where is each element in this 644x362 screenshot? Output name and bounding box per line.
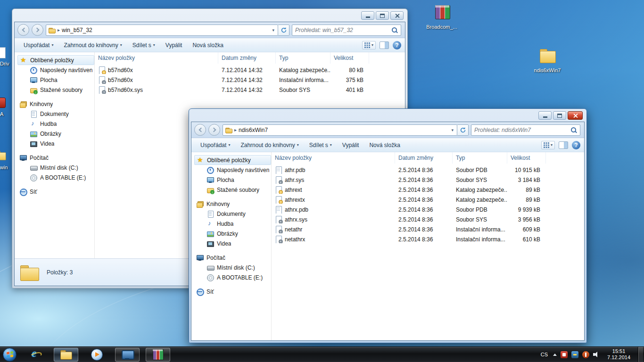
- toolbar-zahrnout-do-knihovny[interactable]: Zahrnout do knihovny▾: [235, 140, 304, 150]
- breadcrumb-path[interactable]: win_b57_32: [62, 27, 92, 33]
- sidebar-item-obrazky[interactable]: Obrázky: [194, 229, 271, 239]
- sidebar-item-obrazky[interactable]: Obrázky: [17, 129, 94, 139]
- sidebar-item-mistni-disk-c[interactable]: Místní disk (C:): [194, 263, 271, 272]
- change-view-button[interactable]: ▾: [541, 141, 555, 149]
- sidebar-section-knihovny[interactable]: Knihovny: [17, 99, 94, 109]
- sidebar-item-naposledy-navstiven[interactable]: Naposledy navštíven: [194, 165, 271, 175]
- sidebar-item-hudba[interactable]: Hudba: [17, 119, 94, 129]
- breadcrumb-path[interactable]: ndis6xWin7: [239, 127, 268, 133]
- sidebar-section-sit[interactable]: Síť: [17, 187, 94, 197]
- sidebar-item-plocha[interactable]: Plocha: [17, 75, 94, 85]
- file-row[interactable]: athrx.sys2.5.2014 8:36Soubor SYS3 956 kB: [272, 214, 584, 224]
- refresh-button[interactable]: [278, 25, 289, 36]
- volume-icon[interactable]: [593, 351, 601, 358]
- search-box[interactable]: Prohledat: ndis6xWin7: [471, 124, 580, 136]
- help-button[interactable]: ?: [572, 141, 580, 149]
- file-row[interactable]: netathr2.5.2014 8:36Instalační informa..…: [272, 224, 584, 234]
- start-button[interactable]: [3, 348, 17, 362]
- toolbar-sdilet-s[interactable]: Sdílet s▾: [127, 40, 160, 50]
- column-header-velikost[interactable]: Velikost: [330, 52, 369, 64]
- sidebar-section-oblibene-polozky[interactable]: Oblíbené položky: [17, 55, 94, 65]
- show-hidden-icons-button[interactable]: [553, 354, 557, 356]
- clock[interactable]: 15:51 7.12.2014: [604, 348, 633, 361]
- file-row[interactable]: athrextx2.5.2014 8:36Katalog zabezpeče..…: [272, 195, 584, 205]
- column-header-datum-zmeny[interactable]: Datum změny: [218, 52, 276, 64]
- taskbar-button-windows-explorer[interactable]: [54, 348, 78, 362]
- back-button[interactable]: [194, 124, 206, 136]
- column-header-velikost[interactable]: Velikost: [507, 152, 546, 164]
- forward-button[interactable]: [32, 24, 43, 36]
- toolbar-usporadat[interactable]: Uspořádat▾: [195, 140, 235, 150]
- back-button[interactable]: [17, 24, 29, 36]
- sidebar-item-hudba[interactable]: Hudba: [194, 219, 271, 229]
- sidebar-section-pocitac[interactable]: Počítač: [17, 153, 94, 163]
- taskbar-button-remote-desktop[interactable]: [115, 348, 140, 362]
- search-icon[interactable]: [391, 27, 398, 33]
- minimize-button[interactable]: [538, 111, 552, 120]
- close-button[interactable]: [568, 111, 583, 120]
- taskbar-button-internet-explorer[interactable]: [23, 348, 48, 362]
- tray-icon-3[interactable]: [582, 351, 589, 358]
- sidebar-item-a-bootable-e[interactable]: A BOOTABLE (E:): [194, 272, 271, 282]
- toolbar-usporadat[interactable]: Uspořádat▾: [18, 40, 58, 50]
- search-icon[interactable]: [570, 127, 577, 133]
- sidebar-section-sit[interactable]: Síť: [194, 287, 271, 296]
- preview-pane-button[interactable]: [380, 41, 389, 49]
- preview-pane-button[interactable]: [559, 141, 568, 149]
- refresh-button[interactable]: [457, 124, 469, 136]
- toolbar-nova-slozka[interactable]: Nová složka: [187, 40, 228, 50]
- file-row[interactable]: b57nd60x.sys7.12.2014 14:32Soubor SYS401…: [95, 85, 405, 95]
- taskbar-button-winrar[interactable]: [146, 348, 170, 362]
- column-header-typ[interactable]: Typ: [453, 152, 507, 164]
- language-indicator[interactable]: CS: [539, 351, 549, 358]
- column-header-datum-zmeny[interactable]: Datum změny: [395, 152, 453, 164]
- help-button[interactable]: ?: [393, 41, 401, 49]
- change-view-button[interactable]: ▾: [362, 41, 376, 49]
- sidebar-item-plocha[interactable]: Plocha: [194, 175, 271, 185]
- sidebar-section-oblibene-polozky[interactable]: Oblíbené položky: [194, 155, 271, 165]
- show-desktop-button[interactable]: [638, 347, 643, 362]
- file-row[interactable]: athrext2.5.2014 8:36Katalog zabezpeče...…: [272, 185, 584, 195]
- address-dropdown-icon[interactable]: ▾: [450, 128, 455, 132]
- sidebar-item-mistni-disk-c[interactable]: Místní disk (C:): [17, 163, 94, 173]
- sidebar-item-videa[interactable]: Videa: [17, 139, 94, 148]
- search-box[interactable]: Prohledat: win_b57_32: [292, 25, 401, 36]
- close-button[interactable]: [390, 11, 404, 20]
- minimize-button[interactable]: [361, 11, 374, 20]
- desktop-icon-ndis6xwin7[interactable]: ndis6xWin7: [529, 47, 566, 74]
- column-header-nazev-polozky[interactable]: Název položky: [272, 152, 395, 164]
- column-header-typ[interactable]: Typ: [276, 52, 330, 64]
- sidebar-item-naposledy-navstiven[interactable]: Naposledy navštíven: [17, 65, 94, 75]
- file-row[interactable]: netathrx2.5.2014 8:36Instalační informa.…: [272, 234, 584, 244]
- toolbar-zahrnout-do-knihovny[interactable]: Zahrnout do knihovny▾: [58, 40, 127, 50]
- maximize-button[interactable]: [553, 111, 566, 120]
- toolbar-nova-slozka[interactable]: Nová složka: [364, 140, 405, 150]
- toolbar-vypalit[interactable]: Vypálit: [337, 140, 364, 150]
- file-row[interactable]: b57nd60x7.12.2014 14:32Katalog zabezpeče…: [95, 65, 405, 75]
- address-dropdown-icon[interactable]: ▾: [271, 28, 276, 33]
- title-bar[interactable]: [14, 9, 405, 22]
- address-bar[interactable]: ▸ win_b57_32 ▾: [46, 25, 278, 36]
- sidebar-item-videa[interactable]: Videa: [194, 239, 271, 248]
- address-bar[interactable]: ▸ ndis6xWin7 ▾: [223, 124, 457, 136]
- maximize-button[interactable]: [376, 11, 389, 20]
- toolbar-sdilet-s[interactable]: Sdílet s▾: [304, 140, 337, 150]
- tray-icon-1[interactable]: [561, 351, 568, 358]
- file-row[interactable]: athr.sys2.5.2014 8:36Soubor SYS3 184 kB: [272, 175, 584, 185]
- file-row[interactable]: athr.pdb2.5.2014 8:36Soubor PDB10 915 kB: [272, 165, 584, 175]
- sidebar-item-stazene-soubory[interactable]: Stažené soubory: [194, 185, 271, 195]
- tray-icon-2[interactable]: [571, 351, 578, 358]
- sidebar-section-knihovny[interactable]: Knihovny: [194, 199, 271, 209]
- sidebar-section-pocitac[interactable]: Počítač: [194, 253, 271, 263]
- sidebar-item-dokumenty[interactable]: Dokumenty: [194, 209, 271, 219]
- file-row[interactable]: athrx.pdb2.5.2014 8:36Soubor PDB9 939 kB: [272, 205, 584, 214]
- sidebar-item-stazene-soubory[interactable]: Stažené soubory: [17, 85, 94, 95]
- sidebar-item-a-bootable-e[interactable]: A BOOTABLE (E:): [17, 173, 94, 182]
- toolbar-vypalit[interactable]: Vypálit: [160, 40, 188, 50]
- forward-button[interactable]: [208, 124, 220, 136]
- column-header-nazev-polozky[interactable]: Název položky: [95, 52, 218, 64]
- sidebar-item-dokumenty[interactable]: Dokumenty: [17, 109, 94, 119]
- title-bar[interactable]: [191, 109, 585, 122]
- desktop-icon-broadcom-archive[interactable]: Broadcom_...: [423, 4, 460, 30]
- file-row[interactable]: b57nd60x7.12.2014 14:32Instalační inform…: [95, 75, 405, 85]
